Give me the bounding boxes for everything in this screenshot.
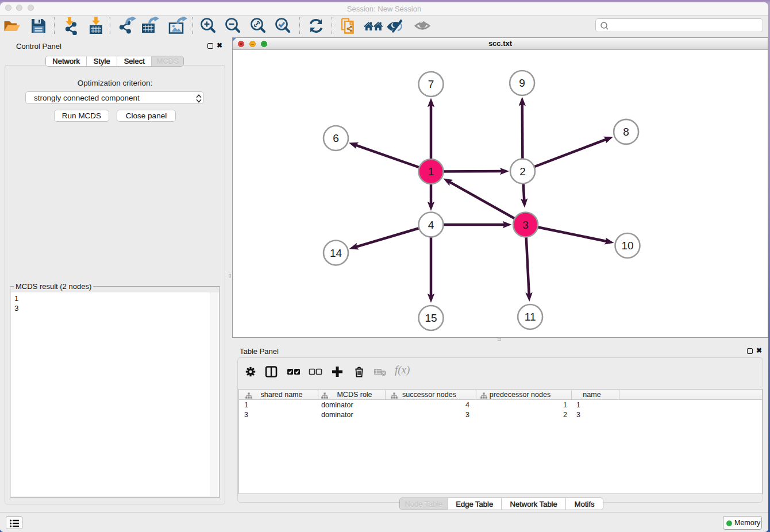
svg-text:10: 10 [621,240,633,252]
svg-text:15: 15 [425,312,437,324]
svg-text:11: 11 [525,311,536,323]
svg-text:8: 8 [623,126,629,138]
svg-text:9: 9 [519,77,525,89]
svg-text:6: 6 [333,132,339,144]
svg-text:2: 2 [519,165,526,178]
svg-text:4: 4 [428,219,434,231]
svg-text:3: 3 [522,219,529,231]
svg-text:7: 7 [428,78,434,90]
svg-text:14: 14 [330,247,342,259]
svg-text:1: 1 [428,165,434,178]
